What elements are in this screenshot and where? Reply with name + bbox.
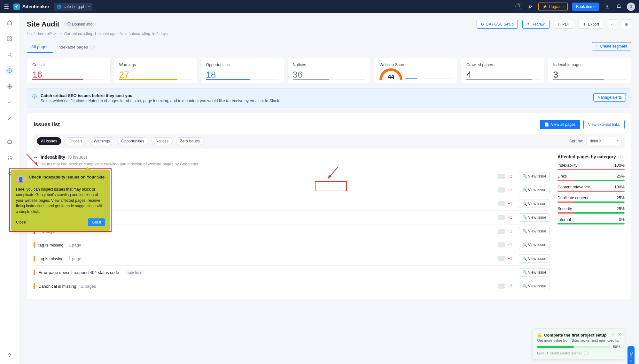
manage-alerts-button[interactable]: Manage alerts — [593, 93, 626, 102]
info-icon[interactable]: i — [618, 155, 623, 159]
alert-banner: ⓘ Catch critical SEO issues before they … — [27, 88, 631, 108]
stat-warnings[interactable]: Warnings 27 — [114, 58, 198, 83]
add-user-icon[interactable] — [527, 3, 534, 10]
annotation-arrow-icon — [325, 165, 341, 181]
toast-collapse-icon[interactable]: ﹀ — [611, 332, 615, 338]
chat-widget[interactable]: Chat — [627, 346, 635, 364]
create-segment-button[interactable]: + Create segment — [592, 42, 631, 50]
view-issue-button[interactable]: 🔍 View issue — [519, 213, 550, 222]
categories-title: Affected pages by category i — [557, 154, 625, 159]
category-row[interactable]: Indexability100% — [557, 163, 625, 170]
issues-list-title: Issues list — [34, 121, 60, 128]
bell-icon[interactable] — [615, 3, 622, 10]
book-demo-button[interactable]: Book demo — [572, 3, 599, 11]
chat-status-dot-icon — [630, 360, 632, 362]
category-row[interactable]: Duplicate content25% — [557, 196, 625, 203]
tooltip-body: Here, you can inspect issues that may bl… — [16, 187, 105, 215]
filter-zero-issues[interactable]: Zero issues — [176, 137, 204, 145]
mini-thumb — [498, 229, 505, 234]
view-issue-button[interactable]: 🔍 View issue — [519, 254, 550, 263]
info-icon[interactable]: i — [90, 45, 95, 49]
domain-dropdown[interactable]: 🌐cafe-berg.pl — [54, 3, 92, 11]
view-issue-button[interactable]: 🔍 View issue — [519, 268, 550, 277]
view-issue-button[interactable]: 🔍 View issue — [519, 241, 550, 249]
sidebar-apps-icon[interactable] — [5, 153, 14, 162]
export-button[interactable]: ⬇ Export — [579, 20, 603, 29]
filter-all-issues[interactable]: All issues — [37, 137, 61, 145]
view-all-pages-button[interactable]: 📄 View all pages — [540, 120, 580, 129]
stat-score[interactable]: Website Score 44 — [374, 58, 458, 83]
view-external-links-button[interactable]: View external links — [583, 120, 625, 129]
group-toggle-indexability[interactable]: ︿ Indexability (9 issues) — [34, 154, 550, 160]
severity-bar — [34, 283, 35, 289]
view-issue-button[interactable]: 🔍 View issue — [519, 200, 550, 208]
help-icon[interactable]: ? — [515, 3, 522, 10]
meta-next-crawl: Next autocrawling: in 2 days — [120, 32, 168, 36]
toast-level: Level 1: 30/60 credits earned — [537, 351, 582, 355]
share-button[interactable]: < — [608, 19, 617, 29]
group-description: Issues that can block or complicate craw… — [41, 162, 550, 166]
sidebar-diamond-icon[interactable] — [5, 351, 14, 360]
alert-text: Select which notifications related to ch… — [41, 99, 589, 103]
svg-point-14 — [8, 173, 9, 174]
sidebar-target-icon[interactable] — [5, 82, 14, 91]
svg-rect-3 — [8, 39, 9, 41]
hamburger-icon[interactable]: ☰ — [4, 3, 9, 10]
path-link[interactable]: *.cafe-berg.pl/* ↗ — [27, 32, 57, 36]
sidebar-audit-icon[interactable] — [5, 66, 14, 75]
category-row[interactable]: Content relevance100% — [557, 185, 625, 192]
stat-opportunities[interactable]: Opportunities 18 — [200, 58, 284, 83]
view-issue-button[interactable]: 🔍 View issue — [519, 172, 550, 180]
alert-close-icon[interactable]: ✕ — [624, 92, 627, 97]
tooltip-avatar-icon: 👤 — [16, 175, 26, 184]
view-issue-button[interactable]: 🔍 View issue — [519, 282, 550, 290]
sidebar-magic-icon[interactable] — [5, 114, 14, 123]
stat-crawled[interactable]: Crawled pages 4 — [461, 58, 545, 83]
logo[interactable]: ✔ Sitechecker — [13, 4, 49, 10]
page-title: Site Audit — [27, 20, 59, 28]
issue-delta: +1 — [508, 256, 516, 261]
sidebar-briefcase-icon[interactable] — [5, 137, 14, 146]
sort-by-label: Sort by: — [569, 139, 583, 143]
category-row[interactable]: Security25% — [557, 207, 625, 214]
filter-notices[interactable]: Notices — [152, 137, 173, 145]
issue-delta: +2 — [508, 284, 516, 288]
domain-info-badge[interactable]: ⓘ Domain info — [64, 20, 96, 29]
tab-all-pages[interactable]: All pages — [27, 41, 53, 53]
mini-thumb — [498, 174, 505, 179]
issue-row: Canonical is missing: 2 pages +2 🔍 View … — [34, 279, 550, 293]
toast-close-icon[interactable]: ✕ — [618, 332, 621, 338]
category-pct: 25% — [617, 174, 625, 178]
recrawl-button[interactable]: ⟳ Recrawl — [522, 20, 549, 29]
svg-point-5 — [8, 53, 11, 56]
sidebar-search-icon[interactable] — [5, 50, 14, 59]
stat-criticals[interactable]: Criticals 16 — [27, 58, 111, 83]
settings-button[interactable]: ⚙ — [622, 19, 631, 29]
tab-indexable-pages[interactable]: Indexable pages i — [53, 42, 99, 53]
view-issue-button[interactable]: 🔍 View issue — [519, 227, 550, 235]
category-row[interactable]: Internal0% — [557, 217, 625, 224]
pdf-button[interactable]: ⎙ PDF — [554, 20, 574, 29]
tooltip-close-link[interactable]: Close — [16, 220, 26, 224]
upgrade-button[interactable]: ⚡ Upgrade — [538, 3, 568, 11]
stat-notices[interactable]: Notices 36 — [287, 58, 371, 83]
filter-criticals[interactable]: Criticals — [65, 137, 87, 145]
user-avatar[interactable]: G — [627, 3, 635, 11]
sidebar-analytics-icon[interactable] — [5, 98, 14, 107]
stat-indexable[interactable]: Indexable pages 3 — [548, 58, 631, 83]
sort-select[interactable]: default — [586, 137, 621, 145]
sidebar-dashboard-icon[interactable] — [5, 34, 14, 43]
issue-name: tag is missing: — [38, 256, 65, 261]
issue-delta: +1 — [508, 201, 516, 206]
tooltip-gotit-button[interactable]: Got it — [88, 218, 105, 226]
ga-gsc-button[interactable]: G GA / GSC Setup — [477, 20, 518, 29]
view-issue-button[interactable]: 🔍 View issue — [519, 186, 550, 194]
info-icon[interactable]: i — [584, 351, 588, 355]
sidebar-home-icon[interactable] — [5, 18, 14, 27]
filter-opportunities[interactable]: Opportunities — [117, 137, 148, 145]
category-row[interactable]: Links25% — [557, 174, 625, 181]
issue-row: tag is missing: 1 page +1 🔍 View issue — [34, 252, 550, 266]
download-icon[interactable] — [604, 3, 611, 10]
filter-warnings[interactable]: Warnings — [90, 137, 114, 145]
category-name: Indexability — [557, 163, 578, 168]
